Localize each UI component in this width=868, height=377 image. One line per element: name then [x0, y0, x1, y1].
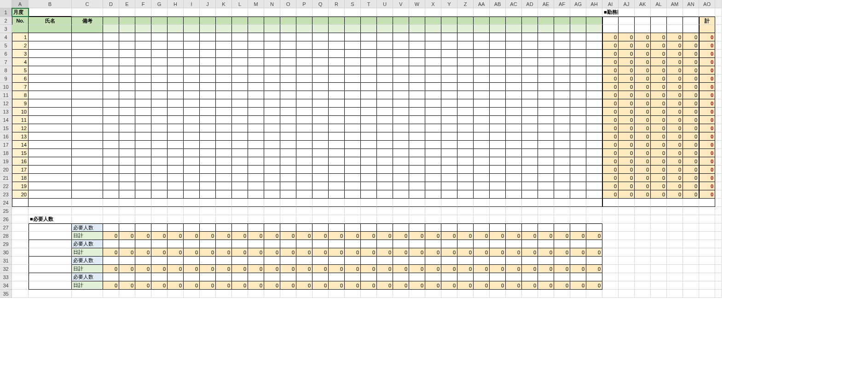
staff-day[interactable]: [312, 157, 329, 166]
cell[interactable]: [683, 257, 699, 265]
req-need-cell[interactable]: [168, 273, 184, 281]
staff-day[interactable]: [586, 124, 602, 132]
req-need-cell[interactable]: [119, 273, 135, 281]
staff-day[interactable]: [506, 174, 522, 182]
staff-day[interactable]: [216, 50, 232, 58]
staff-day[interactable]: [538, 174, 554, 182]
cell[interactable]: [490, 215, 506, 223]
cell[interactable]: [635, 207, 651, 215]
staff-day[interactable]: [264, 149, 280, 157]
staff-day[interactable]: [232, 58, 248, 66]
staff-day[interactable]: [522, 41, 538, 50]
staff-no[interactable]: 16: [12, 157, 29, 166]
staff-day[interactable]: [441, 182, 457, 190]
staff-count[interactable]: 0: [635, 124, 651, 132]
row-header-25[interactable]: 25: [0, 207, 12, 215]
staff-count[interactable]: 0: [651, 66, 667, 74]
req-need-cell[interactable]: [232, 257, 248, 265]
staff-count[interactable]: 0: [667, 141, 683, 149]
staff-day[interactable]: [119, 132, 135, 141]
staff-day[interactable]: [570, 74, 586, 83]
staff-day[interactable]: [345, 166, 361, 174]
row-header-34[interactable]: 34: [0, 281, 12, 290]
staff-day[interactable]: [248, 166, 264, 174]
staff-day[interactable]: [474, 66, 490, 74]
staff-day[interactable]: [361, 83, 377, 91]
req-need-cell[interactable]: [554, 223, 570, 232]
staff-day[interactable]: [248, 182, 264, 190]
cell[interactable]: [715, 207, 722, 215]
staff-day[interactable]: [538, 149, 554, 157]
cell[interactable]: [312, 207, 329, 215]
staff-day[interactable]: [441, 74, 457, 83]
cell[interactable]: [586, 199, 602, 207]
staff-day[interactable]: [409, 166, 425, 174]
req-daytotal-cell[interactable]: 0: [425, 232, 441, 240]
staff-day[interactable]: [296, 166, 312, 174]
staff-count[interactable]: 0: [619, 182, 635, 190]
staff-day[interactable]: [280, 50, 296, 58]
staff-day[interactable]: [377, 182, 393, 190]
col-header-Z[interactable]: Z: [457, 0, 474, 8]
cell[interactable]: [345, 290, 361, 298]
staff-day[interactable]: [361, 124, 377, 132]
staff-day[interactable]: [506, 91, 522, 99]
staff-day[interactable]: [232, 116, 248, 124]
staff-day[interactable]: [522, 166, 538, 174]
req-need-cell[interactable]: [490, 273, 506, 281]
cell[interactable]: [667, 281, 683, 290]
staff-name[interactable]: [29, 74, 72, 83]
staff-day[interactable]: [554, 66, 570, 74]
staff-no[interactable]: 18: [12, 174, 29, 182]
cell[interactable]: [522, 215, 538, 223]
cell[interactable]: [377, 8, 393, 17]
cell[interactable]: [457, 8, 474, 17]
staff-kei[interactable]: 0: [699, 91, 715, 99]
staff-count[interactable]: 0: [635, 50, 651, 58]
staff-day[interactable]: [135, 74, 151, 83]
staff-day[interactable]: [506, 108, 522, 116]
staff-day[interactable]: [425, 157, 441, 166]
staff-count[interactable]: 0: [602, 124, 619, 132]
staff-day[interactable]: [554, 149, 570, 157]
staff-day[interactable]: [312, 41, 329, 50]
staff-day[interactable]: [312, 132, 329, 141]
req-daytotal-cell[interactable]: 0: [570, 281, 586, 290]
staff-day[interactable]: [490, 83, 506, 91]
cell[interactable]: [135, 290, 151, 298]
col-header-AH[interactable]: AH: [586, 0, 602, 8]
staff-count[interactable]: 0: [602, 74, 619, 83]
cell[interactable]: [425, 207, 441, 215]
staff-day[interactable]: [377, 166, 393, 174]
cell[interactable]: [602, 207, 619, 215]
staff-day[interactable]: [393, 116, 409, 124]
req-need-cell[interactable]: [586, 273, 602, 281]
req-daytotal-cell[interactable]: 0: [151, 265, 168, 273]
staff-count[interactable]: 0: [619, 41, 635, 50]
row-header-8[interactable]: 8: [0, 66, 12, 74]
month-label[interactable]: 月度: [12, 8, 29, 17]
staff-day[interactable]: [248, 190, 264, 199]
staff-day[interactable]: [296, 124, 312, 132]
staff-day[interactable]: [425, 83, 441, 91]
cell[interactable]: [651, 248, 667, 257]
staff-day[interactable]: [377, 58, 393, 66]
staff-day[interactable]: [232, 149, 248, 157]
req-daytotal-cell[interactable]: 0: [361, 281, 377, 290]
row-header-10[interactable]: 10: [0, 83, 12, 91]
staff-day[interactable]: [168, 157, 184, 166]
req-daytotal-cell[interactable]: 0: [200, 248, 216, 257]
staff-count[interactable]: 0: [635, 99, 651, 108]
staff-day[interactable]: [312, 66, 329, 74]
staff-day[interactable]: [280, 174, 296, 182]
req-daytotal-cell[interactable]: 0: [312, 265, 329, 273]
staff-day[interactable]: [490, 132, 506, 141]
staff-name[interactable]: [29, 33, 72, 41]
staff-count[interactable]: 0: [619, 116, 635, 124]
cell[interactable]: [602, 257, 619, 265]
staff-day[interactable]: [200, 124, 216, 132]
req-daytotal-cell[interactable]: 0: [586, 265, 602, 273]
req-need-cell[interactable]: [361, 223, 377, 232]
staff-day[interactable]: [280, 74, 296, 83]
req-daytotal-cell[interactable]: 0: [522, 248, 538, 257]
